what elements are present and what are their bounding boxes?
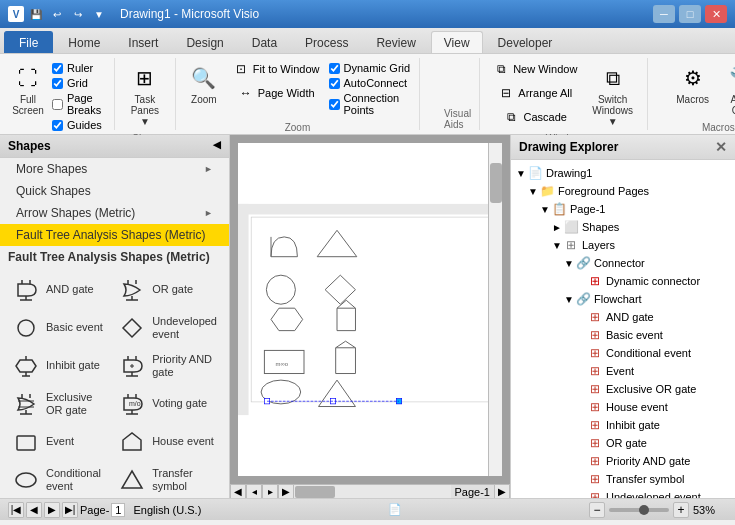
tree-connector[interactable]: ▼ 🔗 Connector	[511, 254, 735, 272]
shape-undeveloped-event[interactable]: Undeveloped event	[114, 310, 221, 346]
tree-undeveloped-event[interactable]: ► ⊞ Undeveloped event	[511, 488, 735, 498]
tab-design[interactable]: Design	[173, 31, 236, 53]
tab-view[interactable]: View	[431, 31, 483, 53]
autoconnect-checkbox-label[interactable]: AutoConnect	[329, 77, 412, 89]
undo-quick-btn[interactable]: ↩	[48, 5, 66, 23]
page-breaks-checkbox-label[interactable]: Page Breaks	[52, 92, 106, 116]
maximize-button[interactable]: □	[679, 5, 701, 23]
shape-inhibit-gate[interactable]: Inhibit gate	[8, 348, 112, 384]
page-input[interactable]: 1	[111, 503, 125, 517]
macros-button[interactable]: ⚙ Macros	[672, 58, 713, 109]
zoom-in-btn[interactable]: +	[673, 502, 689, 518]
drawing1-toggle[interactable]: ▼	[515, 168, 527, 179]
dynamic-grid-checkbox[interactable]	[329, 63, 340, 74]
tree-event[interactable]: ► ⊞ Event	[511, 362, 735, 380]
canvas-horizontal-scrollbar[interactable]: ◀ ◂ ▸ ▶ Page-1 ▶	[230, 484, 510, 498]
tree-layers[interactable]: ▼ ⊞ Layers	[511, 236, 735, 254]
tab-review[interactable]: Review	[363, 31, 428, 53]
ruler-checkbox[interactable]	[52, 63, 63, 74]
tree-transfer-symbol[interactable]: ► ⊞ Transfer symbol	[511, 470, 735, 488]
tab-home[interactable]: Home	[55, 31, 113, 53]
tree-or-gate[interactable]: ► ⊞ OR gate	[511, 434, 735, 452]
canvas[interactable]: m∞o	[238, 143, 502, 476]
switch-windows-button[interactable]: ⧉ SwitchWindows ▼	[586, 58, 639, 131]
ruler-checkbox-label[interactable]: Ruler	[52, 62, 106, 74]
fit-to-window-button[interactable]: ⊡Fit to Window	[228, 58, 325, 80]
h-scroll-thumb[interactable]	[295, 486, 335, 498]
shape-or-gate[interactable]: OR gate	[114, 272, 221, 308]
prev-page-btn[interactable]: ◀	[26, 502, 42, 518]
new-window-button[interactable]: ⧉New Window	[488, 58, 582, 80]
scroll-left-btn[interactable]: ◀	[230, 484, 246, 499]
zoom-slider-thumb[interactable]	[639, 505, 649, 515]
dynamic-grid-checkbox-label[interactable]: Dynamic Grid	[329, 62, 412, 74]
first-page-btn[interactable]: |◀	[8, 502, 24, 518]
tab-data[interactable]: Data	[239, 31, 290, 53]
next-page-btn[interactable]: ▶	[44, 502, 60, 518]
shape-basic-event[interactable]: Basic event	[8, 310, 112, 346]
guides-checkbox-label[interactable]: Guides	[52, 119, 106, 131]
zoom-slider[interactable]	[609, 508, 669, 512]
h-scroll-right2-btn[interactable]: ▶	[494, 484, 510, 499]
qa-dropdown-btn[interactable]: ▼	[90, 5, 108, 23]
shape-transfer-symbol[interactable]: Transfer symbol	[114, 462, 221, 498]
connector-toggle[interactable]: ▼	[563, 258, 575, 269]
arrow-shapes-item[interactable]: Arrow Shapes (Metric)	[0, 202, 229, 224]
tree-inhibit-gate[interactable]: ► ⊞ Inhibit gate	[511, 416, 735, 434]
tree-house-event[interactable]: ► ⊞ House event	[511, 398, 735, 416]
tree-exclusive-or-gate[interactable]: ► ⊞ Exclusive OR gate	[511, 380, 735, 398]
grid-checkbox[interactable]	[52, 78, 63, 89]
page-breaks-checkbox[interactable]	[52, 99, 63, 110]
tree-basic-event[interactable]: ► ⊞ Basic event	[511, 326, 735, 344]
connection-points-checkbox[interactable]	[329, 99, 340, 110]
zoom-button[interactable]: 🔍 Zoom	[184, 58, 224, 109]
shape-and-gate[interactable]: AND gate	[8, 272, 112, 308]
full-screen-button[interactable]: ⛶ FullScreen	[8, 58, 48, 120]
scroll-next-page-btn[interactable]: ▸	[262, 484, 278, 499]
grid-checkbox-label[interactable]: Grid	[52, 77, 106, 89]
add-ons-button[interactable]: 🔧 Add-Ons	[717, 58, 735, 120]
tree-conditional-event[interactable]: ► ⊞ Conditional event	[511, 344, 735, 362]
autoconnect-checkbox[interactable]	[329, 78, 340, 89]
save-quick-btn[interactable]: 💾	[27, 5, 45, 23]
foreground-pages-toggle[interactable]: ▼	[527, 186, 539, 197]
task-panes-button[interactable]: ⊞ TaskPanes ▼	[123, 58, 167, 131]
tab-process[interactable]: Process	[292, 31, 361, 53]
shape-conditional-event[interactable]: Conditional event	[8, 462, 112, 498]
flowchart-toggle[interactable]: ▼	[563, 294, 575, 305]
tree-priority-and-gate[interactable]: ► ⊞ Priority AND gate	[511, 452, 735, 470]
tree-dynamic-connector[interactable]: ► ⊞ Dynamic connector	[511, 272, 735, 290]
tab-file[interactable]: File	[4, 31, 53, 53]
close-button[interactable]: ✕	[705, 5, 727, 23]
redo-quick-btn[interactable]: ↪	[69, 5, 87, 23]
shapes-panel-collapse-btn[interactable]: ◀	[213, 139, 221, 153]
tree-shapes[interactable]: ► ⬜ Shapes	[511, 218, 735, 236]
tree-flowchart[interactable]: ▼ 🔗 Flowchart	[511, 290, 735, 308]
tab-developer[interactable]: Developer	[485, 31, 566, 53]
scrollbar-thumb[interactable]	[490, 163, 502, 203]
minimize-button[interactable]: ─	[653, 5, 675, 23]
tree-drawing1[interactable]: ▼ 📄 Drawing1	[511, 164, 735, 182]
tree-foreground-pages[interactable]: ▼ 📁 Foreground Pages	[511, 182, 735, 200]
tab-insert[interactable]: Insert	[115, 31, 171, 53]
tree-page-1[interactable]: ▼ 📋 Page-1	[511, 200, 735, 218]
page-tab[interactable]: Page-1	[451, 486, 494, 498]
canvas-vertical-scrollbar[interactable]	[488, 143, 502, 476]
page1-toggle[interactable]: ▼	[539, 204, 551, 215]
page-width-button[interactable]: ↔Page Width	[233, 82, 320, 104]
scroll-prev-page-btn[interactable]: ◂	[246, 484, 262, 499]
arrange-all-button[interactable]: ⊟Arrange All	[493, 82, 577, 104]
quick-shapes-item[interactable]: Quick Shapes	[0, 180, 229, 202]
shape-exclusive-or-gate[interactable]: Exclusive OR gate	[8, 386, 112, 422]
status-icon-1[interactable]: 📄	[385, 501, 405, 519]
fault-tree-item[interactable]: Fault Tree Analysis Shapes (Metric)	[0, 224, 229, 246]
zoom-out-btn[interactable]: −	[589, 502, 605, 518]
more-shapes-item[interactable]: More Shapes	[0, 158, 229, 180]
tree-and-gate[interactable]: ► ⊞ AND gate	[511, 308, 735, 326]
scroll-right-btn[interactable]: ▶	[278, 484, 294, 499]
layers-toggle[interactable]: ▼	[551, 240, 563, 251]
last-page-btn[interactable]: ▶|	[62, 502, 78, 518]
shape-voting-gate[interactable]: m/o Voting gate	[114, 386, 221, 422]
shapes-toggle[interactable]: ►	[551, 222, 563, 233]
guides-checkbox[interactable]	[52, 120, 63, 131]
